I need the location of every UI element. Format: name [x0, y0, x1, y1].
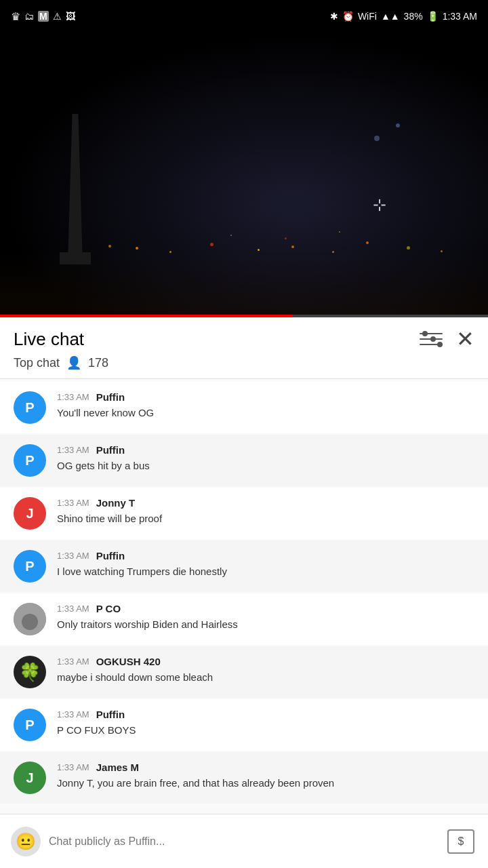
chat-message: P 1:33 AM Puffin P CO FUX BOYS — [0, 699, 488, 751]
message-author: James M — [96, 762, 139, 773]
message-time: 1:33 AM — [57, 604, 89, 614]
chat-message: P 1:33 AM Puffin OG gets hit by a bus — [0, 435, 488, 486]
message-text: OG gets hit by a bus — [57, 460, 150, 471]
message-time: 1:33 AM — [57, 551, 89, 561]
message-text: Shino time will be proof — [57, 513, 162, 524]
avatar: P — [14, 550, 46, 583]
emoji-button[interactable]: 😐 — [11, 827, 41, 856]
viewer-count: 178 — [88, 356, 108, 370]
top-chat-label: Top chat — [14, 356, 60, 370]
avatar: 🍀 — [14, 656, 46, 688]
chat-message: J 1:33 AM Jonny T Shino time will be pro… — [0, 488, 488, 539]
message-time: 1:33 AM — [57, 656, 89, 667]
avatar: P — [14, 391, 46, 424]
city-light — [285, 237, 287, 239]
chat-input-field[interactable] — [49, 827, 436, 856]
bluetooth-icon: ✱ — [330, 11, 338, 22]
status-icons-right: ✱ ⏰ WiFi ▲▲ 38% 🔋 1:33 AM — [330, 11, 477, 22]
time-display: 1:33 AM — [443, 11, 477, 22]
message-meta: 1:33 AM Puffin — [57, 444, 474, 456]
wifi-icon: WiFi — [358, 11, 377, 22]
city-light — [441, 250, 443, 252]
video-progress-bar[interactable] — [0, 315, 488, 317]
filter-icon[interactable] — [420, 329, 443, 349]
message-text: I love watching Trumpers die honestly — [57, 566, 227, 577]
status-icons-left: ♛ 🗂 M ⚠ 🖼 — [11, 10, 75, 23]
avatar: P — [14, 709, 46, 741]
message-time: 1:33 AM — [57, 445, 89, 455]
city-light — [332, 251, 334, 253]
battery-icon: 🔋 — [427, 11, 439, 22]
city-light — [108, 245, 111, 248]
city-light — [169, 251, 171, 253]
message-content: 1:33 AM James M Jonny T, you are brain f… — [57, 762, 474, 790]
message-text: maybe i should down some bleach — [57, 671, 213, 683]
chat-header-icons: ✕ — [420, 328, 474, 350]
chat-message: J 1:33 AM James M Jonny T, you are brain… — [0, 752, 488, 804]
message-text: Only traitors worship Biden and Hairless — [57, 618, 238, 630]
city-light — [291, 245, 294, 248]
m-icon: M — [38, 11, 49, 22]
avatar: P — [14, 444, 46, 477]
signal-icon: ▲▲ — [381, 11, 400, 22]
crown-icon: ♛ — [11, 10, 20, 23]
emoji-icon: 😐 — [16, 832, 36, 851]
city-light — [396, 123, 400, 127]
warning-icon: ⚠ — [53, 11, 62, 22]
chat-message: P 1:33 AM Puffin I love watching Trumper… — [0, 540, 488, 592]
message-author: Puffin — [96, 391, 125, 403]
avatar: J — [14, 497, 46, 530]
message-content: 1:33 AM OGKUSH 420 maybe i should down s… — [57, 656, 474, 684]
chat-subheader: Top chat 👤 178 — [14, 355, 474, 378]
superchat-icon: $ — [447, 829, 474, 854]
message-content: 1:33 AM Puffin You'll never know OG — [57, 391, 474, 420]
message-author: OGKUSH 420 — [96, 656, 161, 667]
battery-percent: 38% — [404, 11, 423, 22]
message-time: 1:33 AM — [57, 392, 89, 402]
message-author: Puffin — [96, 709, 125, 720]
message-meta: 1:33 AM James M — [57, 762, 474, 773]
status-bar: ♛ 🗂 M ⚠ 🖼 ✱ ⏰ WiFi ▲▲ 38% 🔋 1:33 AM — [0, 0, 488, 33]
message-content: 1:33 AM Jonny T Shino time will be proof — [57, 497, 474, 526]
message-meta: 1:33 AM Puffin — [57, 391, 474, 403]
monument-silhouette — [68, 114, 83, 263]
viewers-icon: 👤 — [66, 355, 81, 370]
close-chat-button[interactable]: ✕ — [456, 328, 474, 350]
city-lights-overlay — [0, 250, 488, 317]
avatar: J — [14, 762, 46, 794]
resize-icon: ⊹ — [373, 195, 386, 214]
superchat-button[interactable]: $ — [445, 827, 477, 856]
avatar — [14, 603, 46, 635]
message-meta: 1:33 AM Puffin — [57, 550, 474, 561]
video-progress-fill — [0, 315, 293, 317]
message-content: 1:33 AM Puffin I love watching Trumpers … — [57, 550, 474, 578]
live-chat-panel: Live chat — [0, 317, 488, 868]
message-time: 1:33 AM — [57, 709, 89, 719]
chat-messages-list: P 1:33 AM Puffin You'll never know OG P … — [0, 379, 488, 808]
video-player[interactable]: ⊹ — [0, 33, 488, 317]
message-content: 1:33 AM Puffin P CO FUX BOYS — [57, 709, 474, 737]
message-content: 1:33 AM Puffin OG gets hit by a bus — [57, 444, 474, 473]
message-content: 1:33 AM P CO Only traitors worship Biden… — [57, 603, 474, 631]
chat-header-top: Live chat — [14, 328, 474, 350]
city-light — [366, 241, 369, 244]
city-light — [339, 231, 340, 233]
message-author: P CO — [96, 603, 121, 614]
message-meta: 1:33 AM P CO — [57, 603, 474, 614]
chat-message: 1:33 AM P CO Only traitors worship Biden… — [0, 593, 488, 645]
city-light — [210, 243, 214, 246]
chat-message: 🍀 1:33 AM OGKUSH 420 maybe i should down… — [0, 646, 488, 698]
message-text: You'll never know OG — [57, 407, 154, 418]
chat-header: Live chat — [0, 317, 488, 379]
chat-message: P 1:33 AM Puffin You'll never know OG — [0, 382, 488, 433]
message-author: Jonny T — [96, 497, 136, 509]
message-time: 1:33 AM — [57, 762, 89, 772]
message-author: Puffin — [96, 444, 125, 456]
chat-input-bar: 😐 $ — [0, 814, 488, 868]
city-light — [374, 136, 380, 141]
city-light — [136, 247, 138, 250]
message-text: P CO FUX BOYS — [57, 724, 136, 736]
city-light — [407, 246, 410, 250]
live-chat-title: Live chat — [14, 329, 84, 350]
message-meta: 1:33 AM OGKUSH 420 — [57, 656, 474, 667]
